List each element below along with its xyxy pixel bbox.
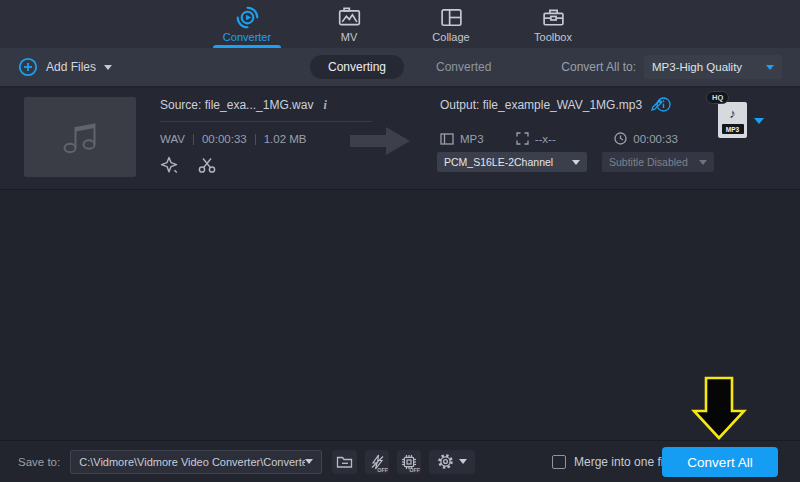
profile-caret-icon	[766, 65, 774, 70]
tab-converter[interactable]: Converter	[209, 0, 285, 48]
footer-bar: Save to: C:\Vidmore\Vidmore Video Conver…	[0, 440, 800, 482]
save-path-value: C:\Vidmore\Vidmore Video Converter\Conve…	[79, 456, 305, 468]
subtitle-dropdown[interactable]: Subtitle Disabled	[602, 152, 714, 172]
format-frame-icon	[440, 133, 454, 145]
add-files-plus-icon	[18, 57, 38, 77]
merge-option: Merge into one file	[552, 455, 673, 469]
tab-converting-label: Converting	[328, 60, 386, 74]
convert-all-to-group: Convert All to: MP3-High Quality	[561, 48, 782, 86]
source-name: Source: file_exa..._1MG.wav i	[160, 98, 327, 113]
output-name-label: Output: file_example_WAV_1MG.mp3	[440, 98, 642, 112]
tab-converted-label: Converted	[436, 60, 491, 74]
music-note-icon	[57, 117, 103, 157]
mp3-file-icon[interactable]: ♪ MP3	[718, 102, 747, 138]
audio-codec-caret-icon	[572, 160, 580, 165]
meta-separator	[255, 134, 256, 145]
tab-toolbox-label: Toolbox	[534, 31, 572, 43]
content-area: Source: file_exa..._1MG.wav i WAV 00:00:…	[0, 86, 800, 440]
toolbox-icon	[541, 4, 566, 30]
source-info-icon[interactable]: i	[323, 98, 326, 113]
output-duration: 00:00:33	[633, 133, 678, 145]
resolution-icon	[516, 132, 529, 145]
hardware-accel-off-label: OFF	[409, 467, 420, 473]
tab-mv[interactable]: MV	[311, 0, 387, 48]
tab-converter-label: Converter	[223, 31, 271, 43]
output-info-icon[interactable]	[656, 97, 671, 112]
source-name-label: Source: file_exa..._1MG.wav	[160, 98, 313, 112]
subtitle-caret-icon	[699, 160, 707, 165]
output-profile-value: MP3-High Quality	[652, 61, 766, 73]
output-profile-dropdown[interactable]: MP3-High Quality	[644, 55, 782, 79]
high-speed-off-label: OFF	[377, 467, 388, 473]
output-meta: MP3 --x-- 00:00:33	[440, 132, 678, 145]
audio-codec-dropdown[interactable]: PCM_S16LE-2Channel	[437, 152, 587, 172]
tab-converting[interactable]: Converting	[310, 55, 404, 79]
footer-tools: OFF OFF	[332, 450, 475, 474]
add-files-caret-icon	[104, 65, 112, 70]
meta-separator	[193, 134, 194, 145]
merge-checkbox[interactable]	[552, 455, 566, 469]
output-resolution: --x--	[535, 133, 556, 145]
converter-icon	[235, 4, 260, 30]
source-to-output-arrow-icon	[348, 124, 412, 158]
settings-button[interactable]	[429, 450, 475, 474]
gear-icon	[437, 453, 454, 470]
tab-converted[interactable]: Converted	[418, 55, 509, 79]
settings-caret-icon	[459, 459, 467, 464]
tab-collage-label: Collage	[432, 31, 469, 43]
effects-star-icon[interactable]	[158, 154, 180, 176]
source-meta: WAV 00:00:33 1.02 MB	[160, 133, 307, 145]
output-name: Output: file_example_WAV_1MG.mp3	[440, 98, 664, 112]
media-thumbnail	[24, 97, 136, 177]
hardware-accel-off-button[interactable]: OFF	[397, 450, 421, 474]
clock-icon	[614, 132, 627, 145]
add-files-label: Add Files	[46, 60, 96, 74]
save-path-dropdown[interactable]: C:\Vidmore\Vidmore Video Converter\Conve…	[70, 450, 322, 474]
save-path-caret-icon	[305, 459, 313, 464]
high-speed-off-button[interactable]: OFF	[365, 450, 389, 474]
output-format: MP3	[460, 133, 484, 145]
source-duration: 00:00:33	[202, 133, 247, 145]
add-files-button[interactable]: Add Files	[18, 57, 112, 77]
source-format: WAV	[160, 133, 185, 145]
quality-badge: HQ	[706, 91, 729, 104]
open-folder-button[interactable]	[332, 450, 357, 474]
mv-icon	[337, 4, 362, 30]
convert-all-button[interactable]: Convert All	[662, 447, 778, 477]
merge-label: Merge into one file	[574, 455, 673, 469]
collage-icon	[439, 4, 464, 30]
toolbar: Add Files Converting Converted Convert A…	[0, 48, 800, 86]
convert-all-to-label: Convert All to:	[561, 60, 636, 74]
top-nav: Converter MV Collage	[0, 0, 800, 48]
tab-mv-label: MV	[341, 31, 358, 43]
audio-codec-value: PCM_S16LE-2Channel	[444, 156, 572, 168]
file-note-icon: ♪	[718, 106, 747, 121]
queue-tabs: Converting Converted	[310, 48, 509, 86]
file-row[interactable]: Source: file_exa..._1MG.wav i WAV 00:00:…	[0, 88, 800, 190]
file-type-tag: MP3	[722, 124, 744, 134]
save-to-label: Save to:	[18, 456, 60, 468]
cut-scissors-icon[interactable]	[196, 154, 218, 176]
tab-collage[interactable]: Collage	[413, 0, 489, 48]
tab-toolbox[interactable]: Toolbox	[515, 0, 591, 48]
edit-tools	[158, 154, 218, 176]
source-size: 1.02 MB	[264, 133, 307, 145]
format-picker-caret-icon[interactable]	[754, 118, 764, 124]
subtitle-value: Subtitle Disabled	[609, 156, 699, 168]
source-divider	[160, 121, 372, 122]
